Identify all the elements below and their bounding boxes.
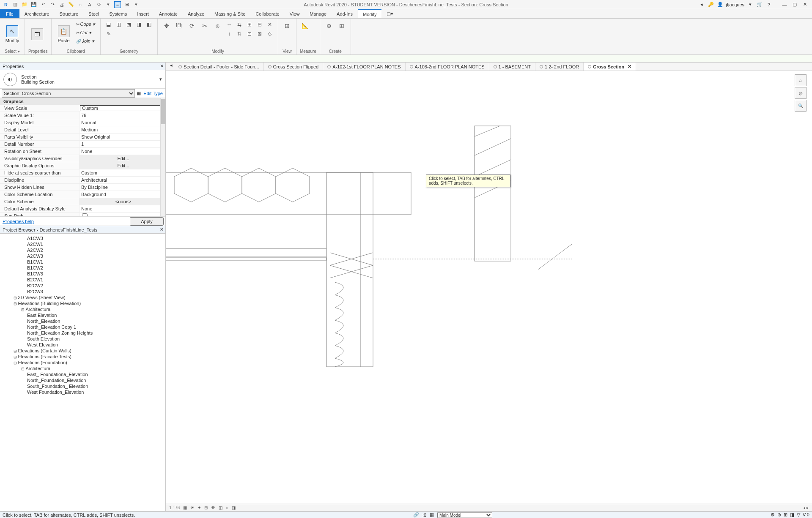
tree-node[interactable]: B2CW1	[0, 277, 165, 283]
zoom-icon[interactable]: 🔍	[795, 100, 807, 112]
info-center-icon[interactable]: ◂	[698, 1, 705, 8]
ribbon-tab-steel[interactable]: Steel	[83, 9, 104, 18]
ribbon-tab-modify[interactable]: Modify	[358, 9, 381, 18]
tree-node[interactable]: South_Foundation_ Elevation	[0, 383, 165, 389]
vc-icon[interactable]: ◫	[219, 505, 222, 510]
ribbon-tab-view[interactable]: View	[285, 9, 305, 18]
mod-icon[interactable]: ↕	[225, 30, 234, 38]
prop-value[interactable]: Architectural	[80, 177, 165, 183]
edit-type-icon[interactable]: ▦	[137, 90, 141, 96]
trim-icon[interactable]: ✂	[199, 20, 210, 31]
prop-value[interactable]: Custom	[80, 105, 165, 111]
file-menu-button[interactable]: File	[0, 9, 19, 18]
ribbon-tab-analyze[interactable]: Analyze	[183, 9, 209, 18]
create-icon[interactable]: ⊞	[336, 20, 347, 31]
panel-label-select[interactable]: Select ▾	[3, 48, 21, 54]
workset-icon[interactable]: ▦	[430, 512, 434, 518]
geom-icon[interactable]: ⬔	[124, 20, 134, 29]
vc-icon[interactable]: ◨	[232, 505, 236, 510]
mod-icon[interactable]: ⊡	[245, 30, 254, 38]
edit-type-button[interactable]: Edit Type	[141, 91, 165, 96]
help-icon[interactable]: ?	[765, 1, 772, 8]
sb-icon[interactable]: ◨	[790, 512, 794, 518]
tree-node[interactable]: West Elevation	[0, 342, 165, 348]
properties-button[interactable]: 🗔	[28, 20, 46, 48]
close-properties-icon[interactable]: ✕	[160, 63, 164, 69]
qat-text-icon[interactable]: A	[86, 1, 93, 8]
ribbon-tab-collaborate[interactable]: Collaborate	[250, 9, 284, 18]
prop-value[interactable]: 76	[80, 112, 165, 119]
minimize-button[interactable]: —	[780, 1, 789, 8]
vc-icon[interactable]: 👁	[211, 505, 215, 510]
tree-node[interactable]: B1CW1	[0, 259, 165, 265]
mod-icon[interactable]: ⊠	[255, 30, 264, 38]
mod-icon[interactable]: ⊟	[255, 20, 264, 29]
modify-tool-button[interactable]: ↖ Modify	[3, 20, 21, 48]
workset-selector[interactable]: Main Model	[437, 512, 492, 518]
vc-icon[interactable]: ✦	[198, 505, 201, 510]
tree-node[interactable]: South Elevation	[0, 336, 165, 342]
mod-icon[interactable]: ◇	[265, 30, 274, 38]
qat-open-icon[interactable]: ▥	[12, 1, 19, 8]
qat-thin-lines-icon[interactable]: ≡	[114, 1, 121, 8]
navigation-bar[interactable]: ⌂ ◎ 🔍	[793, 74, 809, 112]
tree-node[interactable]: Elevations (Foundation)	[0, 360, 165, 365]
tree-node[interactable]: B2CW2	[0, 283, 165, 289]
geom-icon[interactable]: ⬓	[104, 20, 113, 29]
properties-header[interactable]: Properties ✕	[0, 63, 165, 70]
prop-value[interactable]	[80, 213, 165, 216]
prop-value[interactable]: Edit...	[80, 162, 165, 169]
rotate-icon[interactable]: ⟳	[187, 20, 198, 31]
prop-value[interactable]: Custom	[80, 169, 165, 176]
graphics-section-header[interactable]: Graphics	[0, 98, 165, 105]
ribbon-tab-add-ins[interactable]: Add-Ins	[332, 9, 358, 18]
ribbon-tab-massing---site[interactable]: Massing & Site	[209, 9, 250, 18]
prop-value[interactable]: None	[80, 205, 165, 212]
project-browser-tree[interactable]: A1CW3A2CW1A2CW2A2CW3B1CW1B1CW2B1CW3B2CW1…	[0, 234, 165, 511]
prop-value[interactable]: Normal	[80, 119, 165, 126]
vc-scroll-icon[interactable]: ◂ ▸	[803, 505, 809, 510]
view-tab[interactable]: 1 - BASEMENT	[489, 63, 535, 71]
qat-redo-icon[interactable]: ↷	[49, 1, 56, 8]
tree-node[interactable]: B2CW3	[0, 289, 165, 294]
view-tab[interactable]: A-102-1st FLOOR PLAN NOTES	[323, 63, 405, 71]
prop-value[interactable]: <none>	[80, 198, 165, 205]
vc-icon[interactable]: ▦	[183, 505, 187, 510]
drawing-canvas[interactable]: Click to select, TAB for alternates, CTR…	[166, 71, 812, 504]
prop-value[interactable]: Medium	[80, 126, 165, 133]
sb-icon[interactable]: ⚙	[771, 512, 775, 518]
tree-node[interactable]: Elevations (Facade Tests)	[0, 354, 165, 360]
qat-section-icon[interactable]: ▾	[105, 1, 112, 8]
sb-icon[interactable]: ▽	[797, 512, 800, 518]
tree-node[interactable]: Architectural	[0, 365, 165, 371]
prop-value[interactable]: Show Original	[80, 134, 165, 140]
tree-node[interactable]: A2CW1	[0, 241, 165, 247]
vc-icon[interactable]: ⟐	[226, 505, 228, 510]
type-selector[interactable]: ◐ Section Building Section ▾	[0, 70, 165, 89]
qat-3d-icon[interactable]: ⟳	[96, 1, 102, 8]
tree-node[interactable]: Architectural	[0, 306, 165, 312]
prop-value[interactable]: By Discipline	[80, 184, 165, 191]
ribbon-tab-systems[interactable]: Systems	[104, 9, 132, 18]
dropdown-icon[interactable]: ▾	[747, 1, 754, 8]
instance-selector[interactable]: Section: Cross Section	[2, 89, 135, 98]
tree-node[interactable]: North_Elevation Copy 1	[0, 324, 165, 330]
measure-icon[interactable]: 📐	[300, 20, 311, 31]
username[interactable]: jfjacques	[726, 1, 744, 8]
prop-value[interactable]: 1	[80, 141, 165, 147]
prev-tab-icon[interactable]: ◂	[168, 63, 174, 71]
selection-count-icon[interactable]: 🔗	[413, 512, 419, 518]
view-icon[interactable]: ⊞	[282, 20, 293, 31]
view-tab[interactable]: Cross Section✕	[584, 63, 636, 71]
ribbon-tab-insert[interactable]: Insert	[132, 9, 154, 18]
prop-value[interactable]: Edit...	[80, 155, 165, 162]
qat-undo-icon[interactable]: ↶	[40, 1, 47, 8]
keyword-icon[interactable]: 🔑	[708, 1, 714, 8]
cart-icon[interactable]: 🛒	[756, 1, 763, 8]
tree-node[interactable]: North_Elevation Zoning Heights	[0, 330, 165, 336]
geom-icon[interactable]: ◧	[145, 20, 154, 29]
close-browser-icon[interactable]: ✕	[160, 227, 164, 232]
split-icon[interactable]: ⎋	[212, 20, 223, 31]
qat-save-icon[interactable]: 💾	[30, 1, 37, 8]
view-tab[interactable]: Section Detail - Pooler - Side Foun...	[174, 63, 264, 71]
